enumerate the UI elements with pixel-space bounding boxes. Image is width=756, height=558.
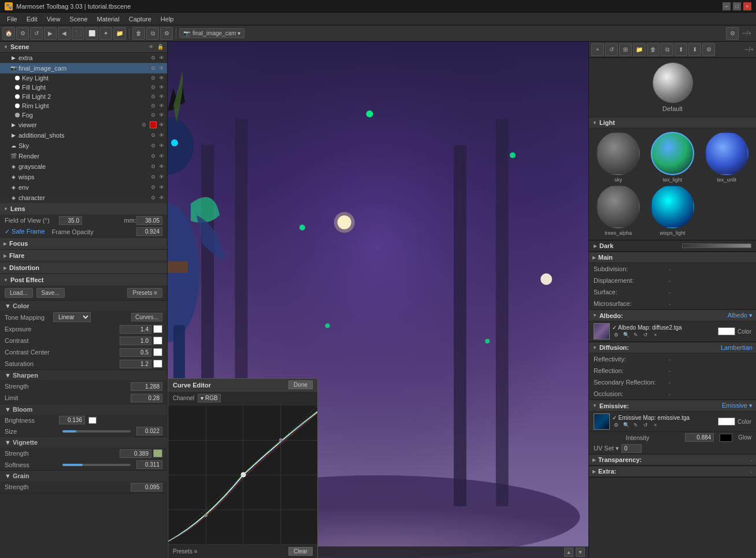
menu-scene[interactable]: Scene [65, 14, 92, 24]
curve-done-btn[interactable]: Done [288, 380, 313, 389]
albedo-delete-btn[interactable]: × [651, 331, 659, 339]
contrast-input[interactable] [120, 337, 151, 345]
addshots-eye[interactable]: 👁 [158, 132, 165, 139]
toolbar-del[interactable]: 🗑 [132, 27, 145, 40]
emissive-edit-btn[interactable]: ✎ [632, 421, 640, 429]
viewer-eye[interactable]: 👁 [158, 121, 165, 128]
extra-header[interactable]: ▶ Extra: - [589, 466, 756, 477]
rimlight-eye[interactable]: 👁 [158, 102, 165, 109]
render-settings[interactable]: ⚙ [150, 153, 157, 160]
rt-settings[interactable]: ⚙ [702, 43, 715, 56]
albedo-search-btn[interactable]: 🔍 [622, 331, 630, 339]
extra-settings-icon[interactable]: ⚙ [150, 54, 157, 61]
light-section-header[interactable]: ▼ Light [589, 117, 756, 128]
contrast-center-color[interactable] [153, 348, 162, 356]
toolbar-3[interactable]: ⬛ [72, 27, 84, 40]
save-btn[interactable]: Save... [36, 288, 65, 298]
filllight2-settings[interactable]: ⚙ [150, 93, 157, 100]
sharpen-limit-input[interactable] [131, 394, 162, 402]
bloom-size-slider[interactable] [62, 430, 131, 433]
emissive-refresh-btn[interactable]: ↺ [642, 421, 650, 429]
tree-item-render[interactable]: 🎬 Render ⚙ 👁 [0, 151, 167, 161]
sky-settings[interactable]: ⚙ [150, 142, 157, 149]
presets-btn[interactable]: Presets ≡ [127, 288, 162, 298]
toolbar-7[interactable]: ⚙ [160, 27, 173, 40]
scene-lock-icon[interactable]: 🔒 [157, 43, 164, 50]
albedo-edit-btn[interactable]: ✎ [632, 331, 640, 339]
wisps-settings[interactable]: ⚙ [150, 173, 157, 180]
filllight2-eye[interactable]: 👁 [158, 93, 165, 100]
tree-item-viewer[interactable]: ▶ viewer ⚙ 👁 [0, 120, 167, 130]
toolbar-4[interactable]: ⬜ [86, 27, 98, 40]
contrast-center-input[interactable] [120, 348, 151, 357]
menu-help[interactable]: Help [156, 14, 179, 24]
light-thumb-trees[interactable]: trees_alpha [592, 185, 644, 236]
saturation-color[interactable] [153, 360, 162, 368]
lens-header[interactable]: ▼ Lens [0, 203, 167, 215]
frame-opacity-input[interactable] [136, 227, 162, 236]
bloom-brightness-input[interactable] [59, 416, 85, 424]
light-thumb-texunlit[interactable]: tex_unlit [701, 132, 753, 183]
toolbar-6[interactable]: 📁 [113, 27, 126, 40]
rt-folder[interactable]: 📁 [633, 43, 646, 56]
load-btn[interactable]: Load... [5, 288, 33, 298]
grayscale-eye[interactable]: 👁 [158, 163, 165, 170]
rt-refresh[interactable]: ↺ [605, 43, 618, 56]
emissive-search-btn[interactable]: 🔍 [622, 421, 630, 429]
fog-settings[interactable]: ⚙ [150, 112, 157, 119]
wisps-eye[interactable]: 👁 [158, 173, 165, 180]
albedo-settings-btn[interactable]: ⚙ [612, 331, 620, 339]
rt-trash[interactable]: 🗑 [647, 43, 659, 56]
uv-label[interactable]: UV Set ▾ [594, 445, 619, 452]
tree-item-addshots[interactable]: ▶ additional_shots ⚙ 👁 [0, 130, 167, 141]
exposure-input[interactable] [120, 325, 151, 334]
bloom-brightness-color[interactable] [88, 417, 97, 424]
transparency-header[interactable]: ▶ Transparency: - [589, 454, 756, 465]
tone-mapping-select[interactable]: Linear [53, 312, 91, 322]
light-thumb-wisps[interactable]: wisps_light [647, 185, 699, 236]
filllight-settings[interactable]: ⚙ [150, 84, 157, 91]
sky-eye[interactable]: 👁 [158, 142, 165, 149]
tree-item-filllight[interactable]: Fill Light ⚙ 👁 [0, 83, 167, 92]
vignette-strength-input[interactable] [120, 449, 151, 458]
tree-item-grayscale[interactable]: ◈ grayscale ⚙ 👁 [0, 161, 167, 172]
menu-edit[interactable]: Edit [22, 14, 42, 24]
tree-item-keylight[interactable]: Key Light ⚙ 👁 [0, 73, 167, 83]
addshots-settings[interactable]: ⚙ [150, 132, 157, 139]
keylight-eye[interactable]: 👁 [158, 75, 165, 82]
menu-view[interactable]: View [42, 14, 65, 24]
vp-btn-1[interactable]: ▲ [564, 548, 573, 557]
scene-header[interactable]: ▼ Scene 👁 🔒 [0, 42, 167, 53]
rt-export[interactable]: ⬇ [688, 43, 701, 56]
channel-value[interactable]: ▾ RGB [198, 394, 220, 402]
tree-item-wisps[interactable]: ◈ wisps ⚙ 👁 [0, 172, 167, 182]
rt-import[interactable]: ⬆ [675, 43, 687, 56]
toolbar-settings[interactable]: ⚙ [726, 27, 739, 40]
curve-clear-btn[interactable]: Clear [288, 547, 313, 556]
toolbar-save[interactable]: ↺ [30, 27, 43, 40]
env-settings[interactable]: ⚙ [150, 184, 157, 191]
keylight-settings[interactable]: ⚙ [150, 75, 157, 82]
rt-copy[interactable]: ⧉ [661, 43, 673, 56]
dark-header[interactable]: ▶ Dark [589, 241, 756, 252]
toolbar-redo[interactable]: ◀ [58, 27, 71, 40]
saturation-input[interactable] [120, 360, 151, 368]
window-controls[interactable]: ─ □ × [722, 2, 751, 10]
light-thumb-sky[interactable]: sky [592, 132, 644, 183]
emissive-delete-btn[interactable]: × [651, 421, 659, 429]
uv-input[interactable] [621, 444, 642, 453]
emissive-header[interactable]: ▼ Emissive: Emissive ▾ [589, 400, 756, 412]
sharpen-strength-input[interactable] [131, 382, 162, 391]
tree-item-env[interactable]: ◈ env ⚙ 👁 [0, 182, 167, 193]
scene-eye-icon[interactable]: 👁 [147, 43, 154, 50]
grain-strength-input[interactable] [131, 483, 162, 492]
character-settings[interactable]: ⚙ [150, 194, 157, 201]
character-eye[interactable]: 👁 [158, 194, 165, 201]
curve-canvas[interactable] [168, 405, 317, 544]
close-btn[interactable]: × [743, 2, 751, 10]
vp-btn-2[interactable]: ▼ [576, 548, 585, 557]
albedo-type[interactable]: Albedo ▾ [728, 312, 753, 319]
vignette-softness-input[interactable] [136, 460, 162, 469]
tree-item-character[interactable]: ◈ character ⚙ 👁 [0, 193, 167, 203]
fog-eye[interactable]: 👁 [158, 112, 165, 119]
